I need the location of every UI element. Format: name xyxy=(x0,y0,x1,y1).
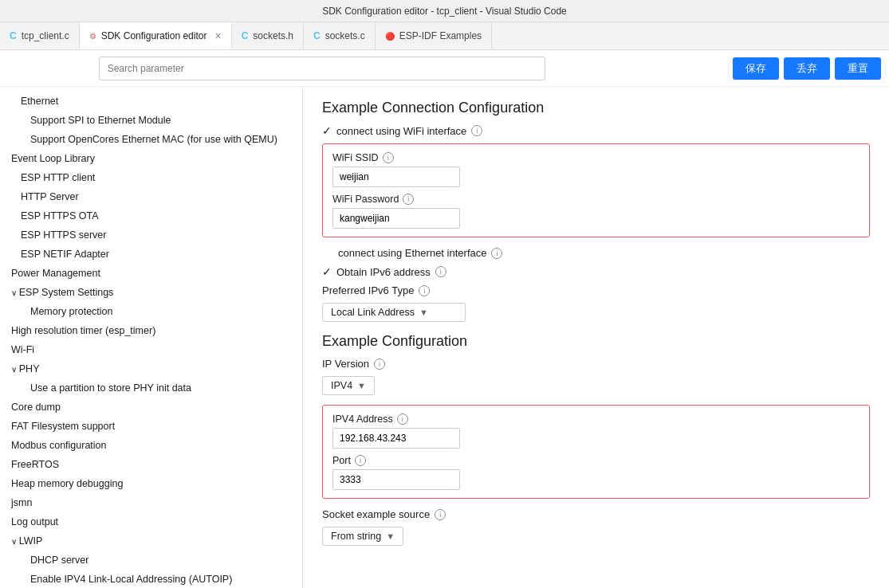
sidebar-item-freertos[interactable]: FreeRTOS xyxy=(0,455,302,474)
wifi-credentials-box: WiFi SSID i WiFi Password i xyxy=(322,143,870,237)
section-example-config: Example Configuration IP Version i IPV4 … xyxy=(322,333,870,546)
ip-version-dropdown[interactable]: IPV4 ▼ xyxy=(322,376,375,395)
tab-tcp-client[interactable]: C tcp_client.c xyxy=(0,22,80,49)
sidebar-item-modbus[interactable]: Modbus configuration xyxy=(0,436,302,455)
sidebar-item-spi-ethernet[interactable]: Support SPI to Ethernet Module xyxy=(0,111,302,130)
sidebar-item-memory-protection[interactable]: Memory protection xyxy=(0,302,302,321)
tab-bar: C tcp_client.c ⚙ SDK Configuration edito… xyxy=(0,22,889,50)
sidebar-item-phy-partition[interactable]: Use a partition to store PHY init data xyxy=(0,378,302,398)
socket-source-dropdown-arrow: ▼ xyxy=(386,531,395,541)
tab-sockets-h[interactable]: C sockets.h xyxy=(232,22,304,49)
sidebar-item-wifi[interactable]: Wi-Fi xyxy=(0,340,302,359)
sidebar-item-ethernet[interactable]: Ethernet xyxy=(0,92,302,111)
ip-version-value: IPV4 xyxy=(331,380,352,391)
sidebar-item-jsmn[interactable]: jsmn xyxy=(0,493,302,512)
reset-button[interactable]: 重置 xyxy=(835,57,881,80)
ipv4-address-label-row: IPV4 Address i xyxy=(332,414,859,425)
tab-label-sockets-h: sockets.h xyxy=(253,30,293,41)
sdk-icon: ⚙ xyxy=(89,32,96,41)
tab-label-sdk-config: SDK Configuration editor xyxy=(101,30,207,41)
wifi-ssid-info-icon[interactable]: i xyxy=(383,152,394,163)
section-connection: Example Connection Configuration ✓ conne… xyxy=(322,100,870,322)
title-text: SDK Configuration editor - tcp_client - … xyxy=(322,6,567,17)
tab-sdk-config[interactable]: ⚙ SDK Configuration editor × xyxy=(80,22,232,49)
connect-ethernet-row: connect using Ethernet interface i xyxy=(322,247,870,259)
ipv6-type-dropdown[interactable]: Local Link Address ▼ xyxy=(322,303,466,322)
search-input[interactable] xyxy=(99,57,545,80)
section-example-config-title: Example Configuration xyxy=(322,333,870,350)
preferred-ipv6-label: Preferred IPv6 Type xyxy=(322,284,414,296)
sidebar-item-fat-fs[interactable]: FAT Filesystem support xyxy=(0,417,302,436)
ip-version-info-icon[interactable]: i xyxy=(374,359,385,370)
sidebar-item-power[interactable]: Power Management xyxy=(0,264,302,283)
socket-source-info-icon[interactable]: i xyxy=(435,509,446,520)
port-label-row: Port i xyxy=(332,455,859,466)
port-label: Port xyxy=(332,455,351,466)
wifi-ssid-label-row: WiFi SSID i xyxy=(332,152,859,163)
sidebar-item-https-ota[interactable]: ESP HTTPS OTA xyxy=(0,206,302,225)
c-icon-3: C xyxy=(313,30,321,41)
sidebar-item-event-loop[interactable]: Event Loop Library xyxy=(0,149,302,168)
wifi-password-info-icon[interactable]: i xyxy=(403,194,414,205)
port-input[interactable] xyxy=(332,469,460,490)
sidebar-item-timer[interactable]: High resolution timer (esp_timer) xyxy=(0,321,302,340)
ipv6-type-value: Local Link Address xyxy=(331,307,415,318)
wifi-password-input[interactable] xyxy=(332,208,460,229)
sidebar: Ethernet Support SPI to Ethernet Module … xyxy=(0,87,303,588)
toolbar-buttons: 保存 丢弃 重置 xyxy=(733,57,881,80)
search-box xyxy=(99,57,545,80)
sidebar-item-http-server[interactable]: HTTP Server xyxy=(0,187,302,206)
c-icon-2: C xyxy=(242,30,249,41)
connect-wifi-info-icon[interactable]: i xyxy=(471,125,482,136)
discard-button[interactable]: 丢弃 xyxy=(784,57,830,80)
close-icon[interactable]: × xyxy=(214,29,221,42)
wifi-ssid-input[interactable] xyxy=(332,167,460,187)
main-layout: Ethernet Support SPI to Ethernet Module … xyxy=(0,87,889,588)
obtain-ipv6-row: ✓ Obtain IPv6 address i xyxy=(322,265,870,278)
ip-port-box: IPV4 Address i Port i xyxy=(322,405,870,499)
socket-source-row: Socket example source i xyxy=(322,508,870,520)
save-button[interactable]: 保存 xyxy=(733,57,779,80)
sidebar-item-lwip[interactable]: LWIP xyxy=(0,531,302,551)
sidebar-item-https-server[interactable]: ESP HTTPS server xyxy=(0,225,302,245)
wifi-checkmark: ✓ xyxy=(322,124,332,137)
preferred-ipv6-info-icon[interactable]: i xyxy=(419,285,430,296)
obtain-ipv6-label: Obtain IPv6 address xyxy=(336,266,431,278)
ipv4-address-info-icon[interactable]: i xyxy=(397,414,408,425)
sidebar-item-autoip[interactable]: Enable IPV4 Link-Local Addressing (AUTOI… xyxy=(0,570,302,588)
socket-source-dropdown[interactable]: From string ▼ xyxy=(322,527,403,546)
c-icon: C xyxy=(10,30,17,41)
wifi-password-label: WiFi Password xyxy=(332,194,399,205)
content-area: Example Connection Configuration ✓ conne… xyxy=(303,87,889,588)
tab-esp-idf[interactable]: 🔴 ESP-IDF Examples xyxy=(376,22,492,49)
connect-wifi-row: ✓ connect using WiFi interface i xyxy=(322,124,870,137)
sidebar-item-esp-system[interactable]: ESP System Settings xyxy=(0,283,302,302)
sidebar-item-dhcp-server[interactable]: DHCP server xyxy=(0,551,302,570)
obtain-ipv6-info-icon[interactable]: i xyxy=(435,266,446,277)
esp-icon: 🔴 xyxy=(385,32,395,41)
connect-ethernet-label: connect using Ethernet interface xyxy=(338,247,486,259)
sidebar-item-http-client[interactable]: ESP HTTP client xyxy=(0,168,302,187)
ipv4-address-input[interactable] xyxy=(332,428,460,449)
ipv4-address-label: IPV4 Address xyxy=(332,414,393,425)
sidebar-item-log[interactable]: Log output xyxy=(0,512,302,531)
tab-sockets-c[interactable]: C sockets.c xyxy=(304,22,376,49)
section-connection-title: Example Connection Configuration xyxy=(322,100,870,116)
wifi-password-label-row: WiFi Password i xyxy=(332,194,859,205)
socket-source-label: Socket example source xyxy=(322,508,430,520)
connect-ethernet-info-icon[interactable]: i xyxy=(491,248,502,259)
toolbar: 保存 丢弃 重置 xyxy=(0,50,889,87)
sidebar-item-netif[interactable]: ESP NETIF Adapter xyxy=(0,245,302,264)
ip-version-row: IP Version i xyxy=(322,358,870,370)
ip-version-label: IP Version xyxy=(322,358,369,370)
preferred-ipv6-row: Preferred IPv6 Type i xyxy=(322,284,870,296)
sidebar-item-heap-debug[interactable]: Heap memory debugging xyxy=(0,474,302,493)
connect-wifi-label: connect using WiFi interface xyxy=(336,125,466,137)
ipv6-checkmark: ✓ xyxy=(322,265,332,278)
port-info-icon[interactable]: i xyxy=(355,455,366,466)
sidebar-item-core-dump[interactable]: Core dump xyxy=(0,398,302,417)
sidebar-item-opencores[interactable]: Support OpenCores Ethernet MAC (for use … xyxy=(0,130,302,149)
sidebar-item-phy[interactable]: PHY xyxy=(0,359,302,378)
ipv6-type-dropdown-arrow: ▼ xyxy=(419,308,428,317)
ip-version-dropdown-arrow: ▼ xyxy=(357,381,366,390)
